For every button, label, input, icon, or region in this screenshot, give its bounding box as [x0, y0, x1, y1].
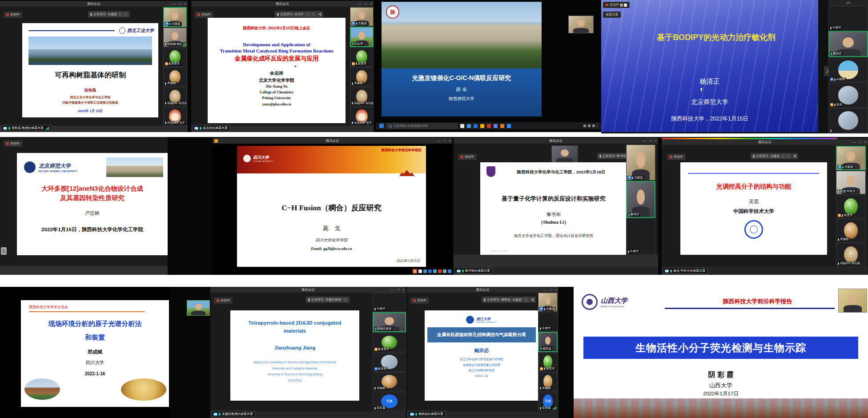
titlebar[interactable]: 腾讯会议 — □ × — [0, 1, 188, 7]
participant-thumbnail[interactable]: 关康明 — [373, 372, 406, 391]
participant-thumbnail[interactable]: 关康明 — [836, 219, 866, 242]
maximize-button[interactable]: □ — [397, 287, 399, 293]
minimize-button[interactable]: — — [437, 138, 440, 144]
participant-thumbnail[interactable]: 陈贵李 — [538, 353, 558, 372]
maximize-button[interactable]: □ — [443, 138, 446, 144]
close-button[interactable]: × — [184, 1, 186, 7]
participant-sidebar[interactable]: 牛青华杨清正白殿政陈光 — [828, 6, 868, 133]
taskbar-icon[interactable] — [460, 124, 464, 128]
maximize-button[interactable]: □ — [365, 1, 367, 7]
participant-thumbnail[interactable]: 仝建波 — [626, 145, 655, 181]
close-button[interactable]: × — [555, 287, 557, 293]
reaction-icon[interactable] — [124, 12, 128, 16]
participant-thumbnail[interactable]: 吴思-中科大 — [836, 171, 866, 194]
participant-thumbnail[interactable]: 应化18罗玉萍 — [163, 107, 187, 126]
reply-arrow-icon[interactable] — [318, 12, 321, 16]
participant-sidebar[interactable]: 仝建波余志祥陈贵李关康明石端201 石培新应化18罗玉萍 — [350, 7, 374, 126]
taskbar-icon[interactable] — [500, 124, 504, 128]
minimize-button[interactable]: — — [852, 139, 856, 145]
participant-thumbnail[interactable]: 仝建波 — [163, 7, 187, 27]
minimize-button[interactable]: — — [358, 1, 362, 7]
close-button[interactable]: × — [449, 138, 451, 144]
taskbar-icon[interactable] — [423, 269, 427, 273]
close-button[interactable]: × — [370, 1, 372, 7]
reaction-icon[interactable] — [786, 154, 790, 158]
participant-sidebar[interactable]: 牛青华姜建壮教授陈贵李陈光关康明玄露荣京遥 — [373, 293, 406, 411]
participant-thumbnail[interactable]: 应化18罗玉萍 — [350, 107, 374, 126]
show-desktop-button[interactable] — [597, 123, 598, 129]
participant-thumbnail[interactable]: 仝建波 — [538, 293, 558, 312]
recording-controls[interactable]: 录制中 — [603, 2, 630, 8]
participant-thumbnail[interactable]: 张秋禹 教授 — [163, 28, 187, 47]
participant-thumbnail[interactable]: 关康明 — [350, 67, 374, 86]
participant-thumbnail[interactable]: 余志祥 — [350, 27, 374, 47]
minimize-button[interactable]: — — [543, 287, 547, 293]
sidebar-collapse-bar[interactable] — [828, 0, 868, 6]
minimize-button[interactable]: — — [390, 287, 394, 293]
taskbar-icon[interactable] — [428, 269, 432, 273]
participant-sidebar[interactable]: 仝建波张秋禹 教授陈贵李关康明石端201 石培新应化18罗玉萍 — [163, 7, 187, 126]
taskbar-icon[interactable] — [433, 269, 437, 273]
titlebar[interactable]: 腾讯会议 — □ × — [662, 139, 868, 145]
tray-icon[interactable] — [588, 125, 591, 127]
sidebar-expand-tab[interactable] — [824, 66, 828, 76]
taskbar-icon[interactable] — [480, 124, 484, 128]
minimize-button[interactable]: — — [643, 138, 646, 144]
participant-thumbnail[interactable]: 仝建波 — [350, 7, 374, 26]
participant-thumbnail[interactable]: 牛青华 — [373, 293, 406, 312]
participant-thumbnail[interactable]: 牛青华 — [538, 312, 558, 331]
participant-thumbnail[interactable]: 陈贵李 — [373, 333, 406, 352]
participant-sidebar[interactable]: 仝建波吴思-中科大陈贵李关康明石端201 石培新 — [836, 146, 866, 267]
titlebar[interactable]: 腾讯会议 — □ × — [191, 1, 374, 7]
reaction-icon[interactable] — [343, 298, 347, 302]
taskbar-icon[interactable] — [443, 269, 446, 273]
taskbar-icon[interactable] — [418, 269, 422, 273]
participant-sidebar[interactable]: 仝建波黎书华牛青华 — [626, 145, 655, 255]
desktop-taskbar-icons[interactable]: S — [413, 269, 452, 273]
participant-thumbnail[interactable]: 石端201 石培新 — [836, 243, 866, 266]
close-button[interactable]: × — [402, 287, 405, 293]
floating-webcam[interactable] — [551, 145, 578, 163]
titlebar[interactable]: 腾讯会议 — □ × — [454, 138, 658, 144]
reaction-icon[interactable] — [311, 12, 315, 16]
taskbar-icon[interactable] — [474, 124, 478, 128]
participant-thumbnail[interactable]: 牛青华 — [828, 6, 868, 31]
taskbar-icon[interactable] — [467, 124, 471, 128]
maximize-button[interactable]: □ — [179, 1, 181, 7]
participant-thumbnail[interactable]: 陈光 — [373, 353, 406, 372]
taskbar-icon[interactable] — [487, 124, 491, 128]
participant-thumbnail[interactable]: 石端201 石培新 — [163, 87, 187, 106]
maximize-button[interactable]: □ — [649, 138, 651, 144]
hamburger-menu-icon[interactable] — [1, 247, 7, 255]
taskbar-icon[interactable] — [494, 124, 498, 128]
sogou-icon[interactable]: S — [413, 269, 417, 273]
stop-icon[interactable] — [624, 4, 627, 7]
tray-icon[interactable] — [583, 125, 586, 127]
tray-icon[interactable] — [592, 125, 595, 127]
participant-thumbnail[interactable]: 鲍宗必 — [538, 332, 558, 352]
start-button-icon[interactable] — [379, 124, 384, 128]
participant-thumbnail[interactable]: 石端201 石培新 — [350, 87, 374, 106]
taskbar-search-input[interactable]: 在这里输入你要搜索的内容 — [386, 123, 458, 129]
floating-webcam[interactable] — [568, 16, 594, 33]
taskbar-icon[interactable] — [448, 269, 451, 273]
reaction-icon[interactable] — [306, 12, 310, 16]
participant-thumbnail[interactable] — [828, 108, 868, 133]
slideshow-controls[interactable] — [491, 250, 508, 252]
participant-thumbnail[interactable]: 姜建壮教授 — [373, 312, 406, 332]
participant-thumbnail[interactable]: 黎书华 — [626, 181, 655, 218]
participant-thumbnail[interactable]: 关康明 — [163, 67, 187, 86]
maximize-button[interactable]: □ — [859, 139, 861, 145]
participant-thumbnail[interactable]: 仝建波 — [836, 146, 866, 170]
maximize-button[interactable]: □ — [550, 287, 552, 293]
reply-arrow-icon[interactable] — [793, 154, 796, 158]
windows-taskbar[interactable]: 在这里输入你要搜索的内容 — [376, 122, 601, 129]
reaction-icon[interactable] — [118, 12, 122, 16]
participant-thumbnail[interactable]: 玄露荣京遥 — [538, 392, 558, 411]
titlebar[interactable]: 腾讯会议 — □ × — [407, 287, 559, 293]
participant-thumbnail[interactable]: 玄露荣京遥 — [373, 392, 406, 411]
floating-webcam[interactable] — [838, 289, 867, 313]
reaction-icon[interactable] — [781, 154, 785, 158]
participant-thumbnail[interactable]: 牛青华 — [626, 218, 655, 254]
close-button[interactable]: × — [655, 138, 657, 144]
